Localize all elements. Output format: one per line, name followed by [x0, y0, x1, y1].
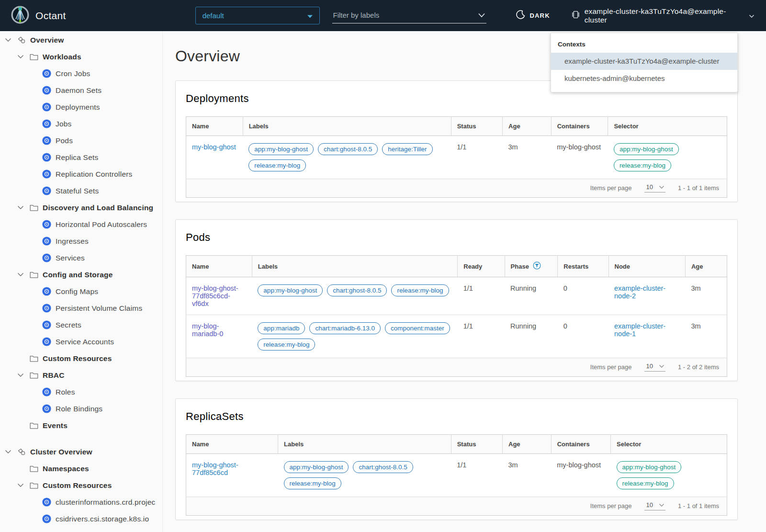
sidebar-item-csidrivers-csi-storage-k8s-io[interactable]: csidrivers.csi.storage.k8s.io	[0, 510, 162, 527]
column-header-restarts: Restarts	[558, 256, 608, 277]
sidebar-item-config-maps[interactable]: Config Maps	[0, 283, 162, 300]
items-per-page-label: Items per page	[590, 502, 632, 509]
context-option[interactable]: example-cluster-ka3TuTzYo4a@example-clus…	[551, 53, 737, 70]
column-header-label: Containers	[557, 441, 590, 448]
namespace-selector[interactable]: default	[195, 7, 320, 24]
column-header-name: Name	[186, 256, 252, 277]
chevron-down-icon	[749, 11, 755, 20]
chevron-down-icon[interactable]	[478, 11, 485, 20]
cell-labels: app:my-blog-ghostchart:ghost-8.0.5herita…	[243, 136, 451, 179]
serviceaccount-icon	[42, 337, 51, 346]
chevron-down-icon[interactable]	[17, 483, 30, 487]
sidebar-item-label: Jobs	[56, 120, 72, 128]
label-filter-input[interactable]: Filter by labels	[332, 8, 487, 23]
configmap-icon	[42, 287, 51, 296]
cell-status: 1/1	[451, 454, 502, 497]
sidebar-item-custom-resources[interactable]: Custom Resources	[0, 350, 162, 367]
sidebar-item-replication-controllers[interactable]: Replication Controllers	[0, 166, 162, 182]
role-icon	[42, 387, 51, 396]
table-row: my-blog-ghost-77df85c6cdapp:my-blog-ghos…	[186, 454, 727, 497]
sidebar-item-jobs[interactable]: Jobs	[0, 115, 162, 132]
sidebar-item-horizontal-pod-autoscalers[interactable]: Horizontal Pod Autoscalers	[0, 216, 162, 233]
sidebar-item-label: csidrivers.csi.storage.k8s.io	[56, 515, 149, 523]
sidebar-item-custom-resources[interactable]: Custom Resources	[0, 477, 162, 494]
deployments-card: Deployments NameLabelsStatusAgeContainer…	[175, 80, 738, 202]
pods-card: Pods NameLabelsReadyPhaseRestartsNodeAge…	[175, 219, 738, 381]
sidebar-item-deployments[interactable]: Deployments	[0, 99, 162, 115]
name-link[interactable]: my-blog-ghost-77df85c6cd	[192, 461, 272, 476]
chevron-down-icon[interactable]	[17, 55, 30, 59]
contexts-dropdown-title: Contexts	[551, 39, 737, 53]
sidebar-item-pods[interactable]: Pods	[0, 132, 162, 149]
sidebar-item-label: Workloads	[43, 53, 81, 61]
column-header-status: Status	[451, 435, 502, 454]
status-value: 1/1	[457, 143, 466, 151]
sidebar-item-service-accounts[interactable]: Service Accounts	[0, 333, 162, 350]
sidebar-item-label: Pods	[56, 136, 73, 145]
sidebar-item-label: Service Accounts	[56, 338, 114, 346]
cell-labels: app:my-blog-ghostchart:ghost-8.0.5releas…	[278, 454, 451, 497]
cell-ready: 1/1	[458, 277, 505, 315]
column-header-node: Node	[608, 256, 685, 277]
folder-icon	[30, 482, 38, 489]
sidebar-item-cron-jobs[interactable]: Cron Jobs	[0, 65, 162, 82]
chevron-down-icon[interactable]	[17, 373, 30, 377]
chevron-down-icon[interactable]	[5, 38, 17, 42]
sidebar-item-secrets[interactable]: Secrets	[0, 317, 162, 333]
selector-badge: app:my-blog-ghost	[617, 461, 682, 473]
page-size-select[interactable]: 10	[644, 183, 665, 192]
namespace-selected-value: default	[203, 11, 224, 20]
selector-badge: release:my-blog	[617, 477, 674, 489]
folder-icon	[30, 53, 38, 60]
sidebar-item-clusterinformations-crd-projec[interactable]: clusterinformations.crd.projec	[0, 494, 162, 510]
sidebar-item-rbac[interactable]: RBAC	[0, 367, 162, 384]
filter-icon[interactable]	[533, 261, 541, 271]
sidebar-item-services[interactable]: Services	[0, 249, 162, 266]
sidebar-item-events[interactable]: Events	[0, 417, 162, 434]
node-link[interactable]: example-cluster-node-2	[614, 284, 679, 300]
hpa-icon	[42, 220, 51, 229]
sidebar-item-label: Persistent Volume Claims	[56, 304, 142, 313]
sidebar-item-persistent-volume-claims[interactable]: Persistent Volume Claims	[0, 300, 162, 317]
sidebar-item-stateful-sets[interactable]: Stateful Sets	[0, 182, 162, 199]
sidebar-item-label: Overview	[30, 36, 64, 45]
column-header-label: Restarts	[563, 263, 588, 270]
folder-icon	[30, 372, 38, 379]
column-header-phase: Phase	[505, 256, 558, 277]
brand: Octant	[11, 5, 66, 26]
ready-value: 1/1	[463, 284, 473, 292]
label-badge: component:master	[385, 322, 450, 334]
sidebar-item-config-and-storage[interactable]: Config and Storage	[0, 266, 162, 283]
sidebar-item-ingresses[interactable]: Ingresses	[0, 233, 162, 249]
sidebar-item-overview[interactable]: Overview	[0, 32, 162, 48]
sidebar-item-daemon-sets[interactable]: Daemon Sets	[0, 82, 162, 99]
chevron-down-icon[interactable]	[5, 450, 17, 454]
column-header-selector: Selector	[608, 117, 727, 136]
column-header-name: Name	[186, 435, 278, 454]
sidebar-item-workloads[interactable]: Workloads	[0, 48, 162, 65]
name-link[interactable]: my-blog-mariadb-0	[192, 322, 246, 338]
sidebar-item-role-bindings[interactable]: Role Bindings	[0, 400, 162, 417]
sidebar-item-discovery-and-load-balancing[interactable]: Discovery and Load Balancing	[0, 199, 162, 216]
sidebar-item-namespaces[interactable]: Namespaces	[0, 460, 162, 477]
context-switcher[interactable]: example-cluster-ka3TuTzYo4a@example-clus…	[571, 7, 755, 24]
cell-restarts: 0	[558, 315, 608, 358]
context-option[interactable]: kubernetes-admin@kubernetes	[551, 70, 737, 87]
cell-node: example-cluster-node-2	[608, 277, 685, 315]
chevron-down-icon[interactable]	[17, 205, 30, 210]
sidebar-item-replica-sets[interactable]: Replica Sets	[0, 149, 162, 166]
name-link[interactable]: my-blog-ghost	[192, 143, 236, 151]
name-link[interactable]: my-blog-ghost-77df85c6cd-vf6dx	[192, 284, 246, 307]
page-size-select[interactable]: 10	[644, 501, 665, 510]
node-link[interactable]: example-cluster-node-1	[614, 322, 679, 338]
column-header-labels: Labels	[252, 256, 457, 277]
page-size-select[interactable]: 10	[644, 362, 665, 372]
cell-selector: app:my-blog-ghostrelease:my-blog	[608, 136, 727, 179]
sidebar-item-label: Daemon Sets	[56, 86, 101, 95]
chevron-down-icon[interactable]	[17, 272, 30, 277]
sidebar-item-roles[interactable]: Roles	[0, 384, 162, 400]
theme-toggle[interactable]: DARK	[516, 10, 550, 21]
cluster-icon	[571, 10, 580, 21]
sidebar-item-cluster-overview[interactable]: Cluster Overview	[0, 443, 162, 460]
applications-icon	[17, 36, 26, 44]
